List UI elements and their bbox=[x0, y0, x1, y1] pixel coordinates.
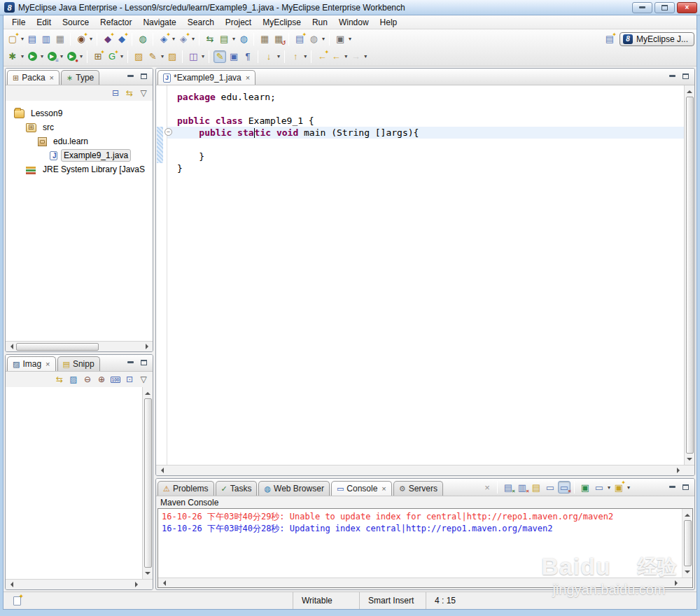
close-tab-icon[interactable]: × bbox=[246, 74, 250, 82]
tab-tasks[interactable]: ✓Tasks bbox=[216, 481, 258, 496]
tree-item-src[interactable]: src bbox=[6, 120, 153, 134]
menu-file[interactable]: File bbox=[6, 16, 31, 29]
close-tab-icon[interactable]: × bbox=[50, 74, 54, 82]
new-report-icon[interactable]: ◍ bbox=[136, 33, 149, 46]
save-icon[interactable]: ▤ bbox=[26, 33, 38, 46]
remove-launch-icon[interactable]: ▤× bbox=[502, 481, 514, 493]
minimize-view-button[interactable] bbox=[667, 71, 678, 80]
vertical-scrollbar[interactable] bbox=[142, 387, 153, 579]
sort-members-icon[interactable]: ↓ bbox=[262, 50, 275, 63]
menu-window[interactable]: Window bbox=[333, 16, 374, 29]
show-selected-element-icon[interactable]: ▣ bbox=[227, 50, 240, 63]
deploy-icon[interactable]: ▦ bbox=[258, 33, 271, 46]
show-stderr-console-icon[interactable]: ▭× bbox=[558, 481, 570, 493]
scroll-down-button[interactable] bbox=[685, 454, 695, 465]
code-area[interactable]: − package edu.learn; public class Exampl… bbox=[156, 85, 684, 465]
internet-settings-dropdown[interactable]: ▾ bbox=[321, 36, 326, 42]
scroll-left-button[interactable] bbox=[158, 578, 169, 588]
external-tools-dropdown[interactable]: ▾ bbox=[200, 53, 206, 59]
scrollbar-thumb[interactable] bbox=[144, 398, 152, 568]
undeploy-icon[interactable]: ▦↺ bbox=[272, 33, 285, 46]
tab-problems[interactable]: ⚠Problems bbox=[158, 481, 214, 496]
scroll-right-button[interactable] bbox=[673, 465, 684, 476]
scroll-right-button[interactable] bbox=[132, 580, 142, 590]
tab-example9-1-java[interactable]: J*Example9_1.java× bbox=[158, 70, 255, 85]
menu-refactor[interactable]: Refactor bbox=[94, 16, 137, 29]
maximize-view-button[interactable] bbox=[680, 71, 691, 80]
code-line-1[interactable]: package edu.learn; bbox=[177, 91, 684, 103]
menu-run[interactable]: Run bbox=[307, 16, 333, 29]
actual-size-icon[interactable]: 100 bbox=[109, 374, 122, 386]
scroll-right-button[interactable] bbox=[142, 342, 153, 352]
external-tools-icon[interactable]: ◫ bbox=[187, 50, 200, 63]
print-icon[interactable]: ▦ bbox=[54, 33, 66, 46]
search-dropdown[interactable]: ▾ bbox=[160, 53, 165, 59]
scrollbar-thumb[interactable] bbox=[684, 520, 692, 566]
minimize-button[interactable] bbox=[632, 2, 652, 13]
view-menu-icon[interactable]: ▽ bbox=[137, 88, 150, 99]
new-wizard-dropdown[interactable]: ▾ bbox=[20, 36, 25, 42]
last-edit-location-icon[interactable]: ←✦ bbox=[316, 50, 328, 63]
show-stdout-console-icon[interactable]: ▭ bbox=[544, 481, 556, 493]
scroll-left-button[interactable] bbox=[6, 580, 16, 590]
run-last-dropdown[interactable]: ▾ bbox=[59, 53, 64, 59]
new-java-class-icon[interactable]: ◆✦ bbox=[115, 33, 128, 46]
save-all-icon[interactable]: ▥ bbox=[40, 33, 52, 46]
open-console-icon[interactable]: ▣✦ bbox=[612, 481, 625, 493]
menu-search[interactable]: Search bbox=[182, 16, 220, 29]
code-line-4[interactable]: public static void main (String []args){ bbox=[167, 127, 684, 139]
code-line-6[interactable]: } bbox=[177, 150, 684, 162]
code-editor[interactable]: package edu.learn; public class Example9… bbox=[167, 85, 684, 465]
tree-item-jre-system-library-javas[interactable]: JRE System Library [JavaS bbox=[6, 162, 153, 176]
scroll-up-button[interactable] bbox=[682, 509, 693, 519]
maximize-view-button[interactable] bbox=[139, 71, 149, 80]
debug-dropdown[interactable]: ▾ bbox=[20, 53, 25, 59]
maximize-view-button[interactable] bbox=[680, 482, 691, 491]
generate-dropdown[interactable]: ▾ bbox=[119, 53, 125, 59]
menu-help[interactable]: Help bbox=[374, 16, 403, 29]
horizontal-scrollbar[interactable] bbox=[6, 579, 142, 589]
screenshot-icon[interactable]: ▣ bbox=[334, 33, 346, 46]
tab-snipp[interactable]: ▤Snipp bbox=[57, 356, 100, 371]
web-browser-icon[interactable]: ◍ bbox=[237, 33, 250, 46]
horizontal-scrollbar[interactable] bbox=[158, 578, 682, 587]
vertical-scrollbar[interactable] bbox=[682, 509, 692, 578]
new-server-icon[interactable]: ▤✦ bbox=[293, 33, 306, 46]
next-annotation-dropdown[interactable]: ▾ bbox=[302, 53, 308, 59]
scroll-left-button[interactable] bbox=[156, 465, 167, 476]
tab-packa[interactable]: ⊞Packa× bbox=[7, 70, 59, 85]
next-annotation-icon[interactable]: ↑ bbox=[289, 50, 302, 63]
profile-dropdown[interactable]: ▾ bbox=[78, 53, 84, 59]
forward-dropdown[interactable]: ▾ bbox=[363, 53, 368, 59]
fast-view-icon[interactable] bbox=[13, 596, 21, 606]
scroll-right-button[interactable] bbox=[671, 578, 682, 588]
tab-servers[interactable]: ⚙Servers bbox=[393, 481, 443, 496]
remove-all-launches-icon[interactable]: ▥× bbox=[516, 481, 528, 493]
open-resource-icon[interactable]: ▨ bbox=[132, 50, 145, 63]
link-with-editor-icon[interactable]: ⇆ bbox=[123, 88, 136, 99]
synchronize-icon[interactable]: ⇆ bbox=[204, 33, 216, 46]
minimize-view-button[interactable] bbox=[125, 358, 136, 367]
new-web-project-dropdown[interactable]: ▾ bbox=[171, 36, 176, 42]
vertical-scrollbar[interactable] bbox=[684, 85, 694, 465]
scroll-up-button[interactable] bbox=[143, 387, 153, 398]
sort-members-dropdown[interactable]: ▾ bbox=[276, 53, 281, 59]
new-java-project-icon[interactable]: ◉✦ bbox=[75, 33, 88, 46]
profile-icon[interactable]: ▶● bbox=[65, 50, 78, 63]
run-icon[interactable]: ▶ bbox=[26, 50, 38, 63]
run-last-icon[interactable]: ▶≡ bbox=[46, 50, 58, 63]
scroll-down-button[interactable] bbox=[682, 567, 693, 578]
back-dropdown[interactable]: ▾ bbox=[343, 53, 349, 59]
console-log[interactable]: 16-10-26 下午03时40分29秒: Unable to update i… bbox=[158, 509, 682, 578]
highlight-marker-icon[interactable]: ✎ bbox=[214, 50, 226, 63]
display-console-icon[interactable]: ▭ bbox=[593, 481, 606, 493]
open-perspective-icon[interactable]: ▤✦ bbox=[603, 33, 616, 46]
tab-console[interactable]: ▭Console× bbox=[331, 481, 392, 496]
new-jsp-dropdown[interactable]: ▾ bbox=[190, 36, 196, 42]
menu-edit[interactable]: Edit bbox=[31, 16, 57, 29]
fold-collapse-icon[interactable]: − bbox=[164, 128, 172, 136]
display-console-dropdown[interactable]: ▾ bbox=[606, 484, 612, 491]
pin-console-icon[interactable]: ▣ bbox=[579, 481, 592, 493]
scrollbar-thumb[interactable] bbox=[686, 97, 694, 454]
fit-to-window-icon[interactable]: ⊡ bbox=[123, 374, 136, 386]
